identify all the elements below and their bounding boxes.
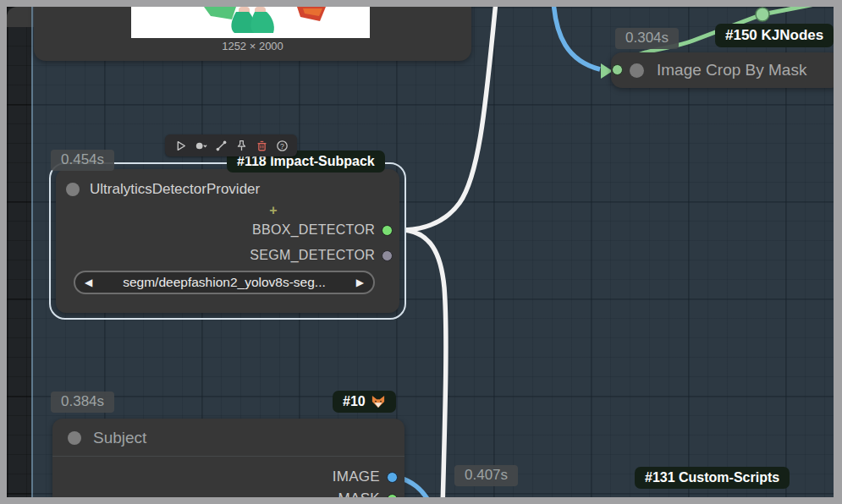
node-title: UltralyticsDetectorProvider — [90, 181, 260, 198]
help-icon[interactable]: ? — [276, 140, 289, 152]
output-slot-bbox-detector[interactable] — [382, 225, 393, 236]
node-preview-image[interactable]: 1252 × 2000 — [34, 7, 471, 61]
bypass-icon[interactable] — [215, 140, 228, 152]
output-label: MASK — [338, 490, 380, 497]
node-id-badge: #131 Custom-Scripts — [635, 467, 790, 489]
green-heels-photo — [131, 7, 370, 38]
output-label: IMAGE — [333, 468, 380, 485]
node-ultralytics-detector-provider[interactable]: UltralyticsDetectorProvider + BBOX_DETEC… — [56, 169, 399, 313]
node-title-bar[interactable]: Subject — [52, 419, 404, 457]
combo-value[interactable]: segm/deepfashion2_yolov8s-seg... — [92, 275, 356, 290]
play-icon[interactable] — [174, 140, 187, 152]
color-dot-icon[interactable] — [195, 140, 207, 152]
node-id-badge: #10 — [333, 391, 396, 413]
execution-time-badge: 0.407s — [454, 465, 518, 486]
node-toolbar: ? — [165, 134, 297, 156]
pin-icon[interactable] — [235, 140, 248, 152]
output-slot-mask[interactable] — [387, 494, 398, 498]
model-combo-widget[interactable]: ◀ segm/deepfashion2_yolov8s-seg... ▶ — [74, 271, 375, 294]
image-dimensions-label: 1252 × 2000 — [34, 40, 471, 52]
execution-time-badge: 0.454s — [51, 150, 114, 171]
output-label: SEGM_DETECTOR — [250, 248, 375, 263]
fox-icon — [371, 395, 386, 408]
combo-prev-icon[interactable]: ◀ — [85, 277, 92, 288]
node-image-crop-by-mask[interactable]: Image Crop By Mask — [611, 52, 834, 88]
collapse-dot[interactable] — [630, 63, 644, 78]
combo-next-icon[interactable]: ▶ — [356, 277, 364, 288]
collapse-dot[interactable] — [66, 183, 80, 196]
node-id-label: #10 — [343, 394, 366, 409]
output-slot-segm-detector[interactable] — [382, 250, 393, 261]
svg-text:?: ? — [280, 141, 284, 150]
output-slot-row: BBOX_DETECTOR — [252, 222, 399, 238]
node-subject[interactable]: Subject IMAGE MASK — [52, 419, 404, 497]
preview-image — [131, 7, 370, 38]
execution-time-badge: 0.384s — [51, 392, 114, 413]
node-title: Subject — [93, 429, 146, 447]
output-slot-row: MASK — [338, 490, 404, 497]
output-slot-row: IMAGE — [333, 468, 404, 485]
node-id-badge: #150 KJNodes — [715, 24, 834, 47]
collapse-dot[interactable] — [68, 431, 81, 445]
node-title: Image Crop By Mask — [657, 61, 806, 79]
execution-time-badge: 0.304s — [615, 28, 679, 49]
trash-icon[interactable] — [256, 140, 268, 152]
node-title-bar[interactable]: UltralyticsDetectorProvider — [56, 169, 399, 198]
input-slot[interactable] — [612, 64, 623, 75]
output-label: BBOX_DETECTOR — [252, 222, 375, 238]
node-graph-canvas[interactable]: 1252 × 2000 UltralyticsDetectorProvider … — [7, 7, 834, 497]
output-slot-row: SEGM_DETECTOR — [250, 247, 399, 264]
output-slot-image[interactable] — [387, 472, 398, 483]
crosshair-marker: + — [265, 203, 282, 218]
